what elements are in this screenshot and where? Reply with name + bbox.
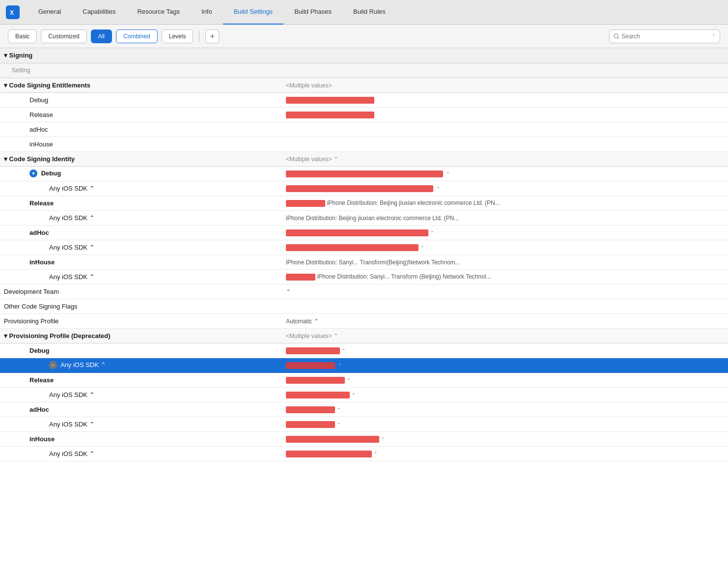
prov-debug-remove-icon[interactable]: − — [49, 361, 57, 369]
prov-debug-anyios-stepper[interactable]: ⌃ — [338, 363, 342, 368]
identity-debug-value — [286, 170, 443, 177]
identity-release-row: Release iPhone Distribution: Beijing jiu… — [0, 196, 728, 210]
filter-levels-button[interactable]: Levels — [162, 29, 194, 43]
entitlements-inhouse-row: inHouse — [0, 137, 728, 151]
search-box[interactable]: ⌃ — [609, 29, 720, 43]
signing-header: ▾ Signing — [4, 52, 32, 59]
filter-combined-button[interactable]: Combined — [116, 29, 158, 43]
prov-release-anyios-label: Any iOS SDK ⌃ — [49, 391, 95, 398]
identity-adhoc-stepper[interactable]: ⌃ — [430, 230, 434, 235]
identity-debug-label: Debug — [41, 170, 61, 177]
prov-debug-value — [286, 347, 340, 354]
prov-adhoc-anyios-stepper[interactable]: ⌃ — [337, 422, 341, 427]
filter-separator — [199, 30, 199, 42]
provisioning-profile-label: Provisioning Profile — [4, 317, 58, 325]
prov-inhouse-anyios-stepper[interactable]: ⌃ — [374, 452, 378, 456]
column-headers: Setting — [0, 63, 728, 78]
prov-adhoc-value — [286, 406, 335, 413]
svg-text:X: X — [10, 9, 14, 16]
identity-adhoc-anyios-label: Any iOS SDK ⌃ — [49, 244, 95, 251]
filter-all-button[interactable]: All — [91, 29, 112, 43]
identity-release-value-text: iPhone Distribution: Beijing jiuxian ele… — [327, 199, 500, 206]
svg-line-3 — [617, 37, 619, 39]
setting-col-header: Setting — [12, 67, 30, 74]
entitlements-debug-row: Debug — [0, 92, 728, 107]
identity-release-anyios-label: Any iOS SDK ⌃ — [49, 214, 95, 222]
identity-inhouse-anyios-label: Any iOS SDK ⌃ — [49, 273, 95, 281]
prov-release-label: Release — [29, 376, 54, 384]
identity-inhouse-anyios-value: iPhone Distribution: Sanyi... Transform … — [317, 273, 491, 280]
identity-inhouse-value: iPhone Distribution: Sanyi... Transform(… — [286, 259, 460, 266]
identity-adhoc-row: adHoc ⌃ — [0, 225, 728, 240]
identity-adhoc-anyios-stepper[interactable]: ⌃ — [420, 245, 424, 250]
prov-inhouse-anyios-row: Any iOS SDK ⌃ ⌃ — [0, 446, 728, 461]
prov-adhoc-stepper[interactable]: ⌃ — [337, 407, 341, 412]
filter-basic-button[interactable]: Basic — [8, 29, 37, 43]
app-icon: X — [6, 5, 20, 19]
identity-debug-anyios-value — [286, 185, 433, 192]
prov-debug-label: Debug — [29, 347, 49, 354]
filter-add-button[interactable]: + — [205, 29, 219, 43]
identity-inhouse-row: inHouse iPhone Distribution: Sanyi... Tr… — [0, 255, 728, 269]
tab-capabilities[interactable]: Capabilities — [72, 0, 126, 25]
identity-debug-row: + Debug ⌃ — [0, 166, 728, 181]
prov-release-stepper[interactable]: ⌃ — [347, 378, 351, 383]
entitlements-release-row: Release — [0, 107, 728, 122]
prov-debug-anyios-row-selected[interactable]: − Any iOS SDK ⌃ ⌃ — [0, 358, 728, 372]
prov-adhoc-label: adHoc — [29, 406, 49, 413]
row-code-signing-entitlements: ▾ Code Signing Entitlements <Multiple va… — [0, 78, 728, 92]
filter-bar: Basic Customized All Combined Levels + ⌃ — [0, 25, 728, 48]
identity-adhoc-anyios-row: Any iOS SDK ⌃ ⌃ — [0, 240, 728, 255]
prov-adhoc-anyios-label: Any iOS SDK ⌃ — [49, 421, 95, 428]
prov-adhoc-row: adHoc ⌃ — [0, 402, 728, 417]
prov-inhouse-value — [286, 436, 379, 443]
tab-bar: X General Capabilities Resource Tags Inf… — [0, 0, 728, 25]
other-code-signing-label: Other Code Signing Flags — [4, 303, 78, 310]
prov-release-anyios-row: Any iOS SDK ⌃ ⌃ — [0, 387, 728, 402]
section-signing: ▾ Signing — [0, 48, 728, 63]
tab-build-rules[interactable]: Build Rules — [342, 0, 396, 25]
other-code-signing-row: Other Code Signing Flags — [0, 299, 728, 313]
filter-customized-button[interactable]: Customized — [41, 29, 86, 43]
identity-debug-anyios-stepper[interactable]: ⌃ — [436, 186, 440, 191]
prov-debug-stepper[interactable]: ⌃ — [342, 348, 346, 353]
prov-inhouse-anyios-value — [286, 451, 372, 457]
prov-release-anyios-value — [286, 392, 350, 398]
tab-general[interactable]: General — [28, 0, 72, 25]
tab-build-phases[interactable]: Build Phases — [283, 0, 342, 25]
provisioning-deprecated-multiple: <Multiple values> ⌃ — [286, 333, 338, 340]
identity-debug-stepper[interactable]: ⌃ — [446, 171, 450, 176]
prov-inhouse-anyios-label: Any iOS SDK ⌃ — [49, 450, 95, 457]
identity-debug-add-icon[interactable]: + — [29, 170, 37, 177]
development-team-value: ⌃ — [286, 288, 291, 295]
identity-inhouse-anyios-redacted — [286, 274, 315, 281]
prov-debug-anyios-label: Any iOS SDK ⌃ — [60, 361, 106, 369]
tab-info[interactable]: Info — [191, 0, 223, 25]
entitlements-debug-value — [286, 97, 374, 104]
tab-build-settings[interactable]: Build Settings — [223, 0, 284, 25]
entitlements-release-value — [286, 112, 374, 118]
prov-inhouse-label: inHouse — [29, 435, 55, 443]
identity-release-value-redacted — [286, 200, 325, 207]
prov-release-anyios-stepper[interactable]: ⌃ — [352, 393, 356, 398]
prov-inhouse-stepper[interactable]: ⌃ — [381, 437, 385, 442]
prov-debug-anyios-value — [286, 362, 335, 369]
provisioning-profile-row: Provisioning Profile Automatic ⌃ — [0, 313, 728, 328]
search-input[interactable] — [621, 33, 710, 40]
identity-inhouse-anyios-row: Any iOS SDK ⌃ iPhone Distribution: Sanyi… — [0, 269, 728, 284]
entitlements-release-label: Release — [29, 111, 53, 118]
development-team-label: Development Team — [4, 288, 59, 295]
entitlements-label: ▾ Code Signing Entitlements — [4, 82, 90, 89]
identity-inhouse-label: inHouse — [29, 258, 55, 266]
identity-adhoc-value — [286, 229, 428, 236]
search-icon — [614, 33, 619, 39]
identity-multiple-values: <Multiple values> ⌃ — [286, 156, 338, 163]
identity-adhoc-anyios-value — [286, 244, 419, 251]
prov-release-row: Release ⌃ — [0, 372, 728, 387]
build-settings-table: ▾ Signing Setting ▾ Code Signing Entitle… — [0, 48, 728, 461]
identity-release-anyios-row: Any iOS SDK ⌃ iPhone Distribution: Beiji… — [0, 210, 728, 225]
identity-release-label: Release — [29, 199, 54, 207]
identity-header-label: ▾ Code Signing Identity — [4, 155, 75, 163]
search-shortcut: ⌃ — [712, 33, 716, 39]
tab-resource-tags[interactable]: Resource Tags — [126, 0, 190, 25]
